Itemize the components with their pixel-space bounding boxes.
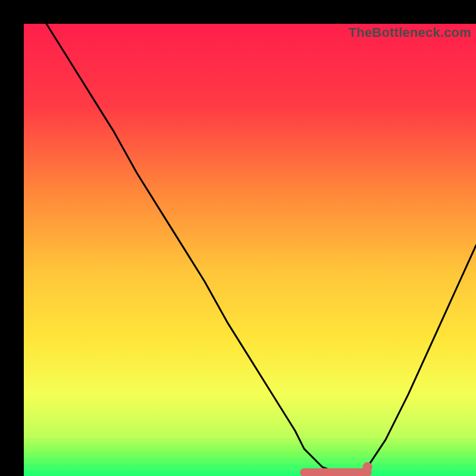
- bottleneck-curve: [24, 24, 476, 476]
- watermark-text: TheBottleneck.com: [349, 25, 471, 40]
- svg-point-8: [363, 462, 372, 472]
- plot-area: TheBottleneck.com: [24, 24, 476, 476]
- chart-frame: TheBottleneck.com: [12, 12, 464, 464]
